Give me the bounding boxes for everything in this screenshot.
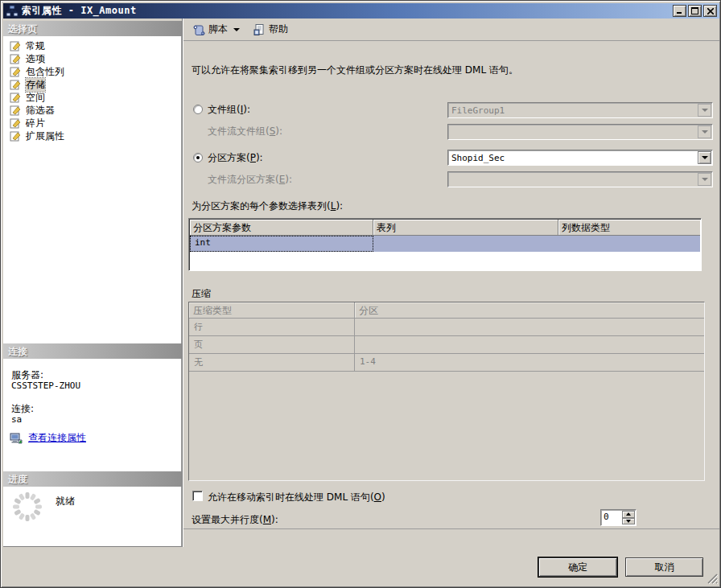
status-text: 就绪 bbox=[56, 495, 75, 508]
connection-properties-icon bbox=[10, 432, 23, 445]
connection-panel: 服务器: CSSTSTEP-ZHOU 连接: sa 查看连接属性 bbox=[3, 359, 182, 471]
filestream-partition-combobox bbox=[447, 171, 713, 187]
compression-row-none: 无 1-4 bbox=[189, 354, 704, 372]
sidebar-item-filter[interactable]: 筛选器 bbox=[3, 104, 181, 117]
partition-scheme-radio[interactable] bbox=[193, 153, 203, 162]
compression-type-header: 压缩类型 bbox=[189, 302, 355, 319]
page-icon bbox=[10, 67, 21, 77]
storage-page: 可以允许在将聚集索引移到另一个文件组或分区方案时在线处理 DML 语句。 文件组… bbox=[183, 41, 719, 529]
column-header-param[interactable]: 分区方案参数 bbox=[190, 220, 373, 236]
chevron-down-icon bbox=[702, 156, 708, 159]
script-label: 脚本 bbox=[208, 23, 228, 36]
login-value: sa bbox=[11, 414, 22, 425]
dropdown-button bbox=[698, 173, 711, 186]
filestream-partition-label: 文件流分区方案(E): bbox=[208, 173, 292, 187]
ok-button[interactable]: 确定 bbox=[538, 557, 617, 577]
chevron-down-icon bbox=[626, 520, 631, 523]
filegroup-label[interactable]: 文件组(I): bbox=[208, 103, 250, 117]
partition-scheme-label[interactable]: 分区方案(P): bbox=[208, 151, 263, 165]
dropdown-button[interactable] bbox=[698, 151, 711, 164]
close-button[interactable] bbox=[703, 5, 717, 17]
sidebar-item-included-columns[interactable]: 包含性列 bbox=[3, 65, 181, 78]
chevron-down-icon bbox=[702, 178, 708, 181]
column-header-table-column[interactable]: 表列 bbox=[373, 220, 558, 236]
progress-panel: 就绪 bbox=[3, 487, 182, 547]
dropdown-button bbox=[698, 104, 711, 117]
table-column-cell[interactable] bbox=[373, 236, 558, 252]
chevron-down-icon bbox=[702, 109, 708, 112]
connection-header: 连接 bbox=[3, 343, 182, 359]
compression-header-row: 压缩类型 分区 bbox=[189, 302, 704, 319]
page-icon bbox=[10, 118, 21, 129]
spin-up-button[interactable] bbox=[622, 511, 635, 518]
page-icon bbox=[10, 54, 21, 64]
server-value: CSSTSTEP-ZHOU bbox=[11, 380, 80, 391]
page-description: 可以允许在将聚集索引移到另一个文件组或分区方案时在线处理 DML 语句。 bbox=[192, 64, 518, 77]
chevron-up-icon bbox=[626, 512, 631, 516]
sidebar-item-extended-properties[interactable]: 扩展属性 bbox=[3, 130, 181, 142]
partition-scheme-combobox[interactable]: Shopid_Sec bbox=[447, 150, 713, 166]
progress-header: 进度 bbox=[3, 471, 182, 487]
close-icon bbox=[707, 8, 714, 14]
compression-grid: 压缩类型 分区 行 页 无 1-4 bbox=[188, 302, 705, 481]
column-header-datatype[interactable]: 列数据类型 bbox=[558, 220, 700, 236]
dropdown-button bbox=[698, 125, 711, 138]
minimize-button[interactable] bbox=[673, 5, 686, 17]
view-connection-properties-link[interactable]: 查看连接属性 bbox=[28, 431, 86, 445]
page-icon bbox=[10, 41, 21, 51]
maximize-icon bbox=[691, 7, 698, 14]
cancel-button[interactable]: 取消 bbox=[625, 557, 703, 577]
pages-list: 常规 选项 包含性列 存储 空间 筛选器 碎片 扩展属性 bbox=[3, 36, 182, 343]
columns-table-caption: 为分区方案的每个参数选择表列(L): bbox=[192, 199, 343, 213]
compression-title: 压缩 bbox=[192, 287, 211, 301]
sidebar-item-general[interactable]: 常规 bbox=[3, 39, 181, 52]
filegroup-radio[interactable] bbox=[193, 105, 203, 114]
datatype-cell[interactable] bbox=[558, 236, 700, 252]
index-icon bbox=[6, 5, 19, 17]
compression-row-page: 页 bbox=[189, 336, 704, 354]
page-icon bbox=[10, 105, 21, 116]
filegroup-combobox: FileGroup1 bbox=[447, 102, 713, 118]
script-button[interactable]: 脚本 bbox=[190, 21, 242, 38]
script-icon bbox=[192, 23, 205, 36]
index-properties-dialog: 索引属性 - IX_Amount 选择页 常规 选项 包含性列 bbox=[0, 0, 721, 588]
online-dml-label[interactable]: 允许在移动索引时在线处理 DML 语句(O) bbox=[208, 491, 385, 504]
select-page-header: 选择页 bbox=[3, 21, 182, 36]
compression-row-row: 行 bbox=[189, 319, 704, 336]
sidebar-item-fragmentation[interactable]: 碎片 bbox=[3, 117, 181, 130]
help-icon bbox=[253, 23, 266, 36]
page-icon bbox=[10, 80, 21, 90]
sidebar-item-storage[interactable]: 存储 bbox=[3, 78, 181, 91]
compression-partition-header: 分区 bbox=[355, 302, 704, 319]
chevron-down-icon bbox=[233, 28, 240, 31]
online-dml-checkbox[interactable] bbox=[192, 491, 203, 501]
progress-spinner-icon bbox=[12, 491, 43, 522]
titlebar[interactable]: 索引属性 - IX_Amount bbox=[3, 3, 719, 19]
help-button[interactable]: 帮助 bbox=[250, 21, 290, 38]
page-icon bbox=[10, 131, 21, 142]
maxdop-label: 设置最大并行度(M): bbox=[192, 513, 278, 527]
maximize-button[interactable] bbox=[688, 5, 702, 17]
help-label: 帮助 bbox=[269, 23, 288, 36]
filestream-filegroup-combobox bbox=[447, 124, 713, 140]
chevron-down-icon bbox=[702, 130, 708, 134]
spin-down-button[interactable] bbox=[622, 518, 635, 525]
filestream-filegroup-label: 文件流文件组(S): bbox=[208, 125, 282, 138]
resize-grip[interactable] bbox=[706, 572, 718, 584]
minimize-icon bbox=[677, 7, 683, 14]
maxdop-spinner[interactable]: 0 bbox=[600, 509, 637, 526]
maxdop-value[interactable]: 0 bbox=[601, 510, 621, 525]
partition-params-table: 分区方案参数 表列 列数据类型 int bbox=[188, 218, 702, 271]
dialog-toolbar: 脚本 帮助 bbox=[183, 19, 719, 41]
window-title: 索引属性 - IX_Amount bbox=[22, 4, 137, 18]
table-header-row: 分区方案参数 表列 列数据类型 bbox=[190, 220, 700, 236]
table-row[interactable]: int bbox=[190, 236, 700, 252]
sidebar-item-options[interactable]: 选项 bbox=[3, 52, 181, 65]
page-icon bbox=[10, 93, 21, 103]
param-cell[interactable]: int bbox=[190, 236, 373, 252]
sidebar-item-spatial[interactable]: 空间 bbox=[3, 91, 181, 104]
